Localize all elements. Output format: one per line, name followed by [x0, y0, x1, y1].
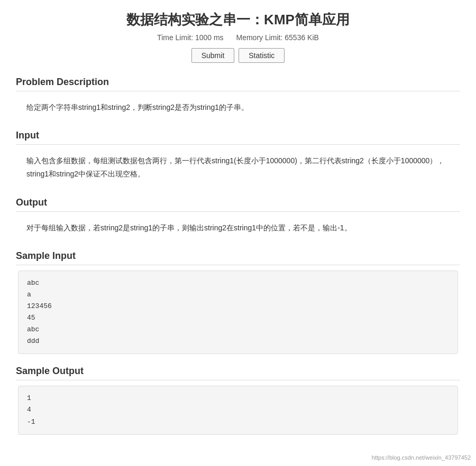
submit-button[interactable]: Submit	[191, 48, 235, 63]
input-section: Input 输入包含多组数据，每组测试数据包含两行，第一行代表string1(长…	[16, 127, 460, 185]
input-title: Input	[16, 127, 460, 145]
limits: Time Limit: 1000 ms Memory Limit: 65536 …	[16, 33, 460, 42]
header: 数据结构实验之串一：KMP简单应用 Time Limit: 1000 ms Me…	[16, 11, 460, 63]
output-section: Output 对于每组输入数据，若string2是string1的子串，则输出s…	[16, 194, 460, 239]
sample-input-code: abca12345645abcddd	[18, 271, 458, 355]
button-row: Submit Statistic	[16, 48, 460, 63]
sample-output-section: Sample Output 14-1	[16, 362, 460, 434]
sample-input-title: Sample Input	[16, 247, 460, 265]
statistic-button[interactable]: Statistic	[239, 48, 285, 63]
watermark: https://blog.csdn.net/weixin_43797452	[372, 454, 471, 461]
page-title: 数据结构实验之串一：KMP简单应用	[16, 11, 460, 29]
output-title: Output	[16, 194, 460, 212]
output-content: 对于每组输入数据，若string2是string1的子串，则输出string2在…	[16, 217, 460, 239]
problem-description-content: 给定两个字符串string1和string2，判断string2是否为strin…	[16, 97, 460, 118]
sample-output-title: Sample Output	[16, 362, 460, 380]
problem-description-section: Problem Description 给定两个字符串string1和strin…	[16, 73, 460, 118]
problem-description-title: Problem Description	[16, 73, 460, 91]
sample-output-code: 14-1	[18, 386, 458, 434]
memory-limit: Memory Limit: 65536 KiB	[236, 33, 319, 42]
page-container: 数据结构实验之串一：KMP简单应用 Time Limit: 1000 ms Me…	[0, 0, 476, 454]
time-limit: Time Limit: 1000 ms	[157, 33, 224, 42]
input-content: 输入包含多组数据，每组测试数据包含两行，第一行代表string1(长度小于100…	[16, 150, 460, 185]
sample-input-section: Sample Input abca12345645abcddd	[16, 247, 460, 355]
